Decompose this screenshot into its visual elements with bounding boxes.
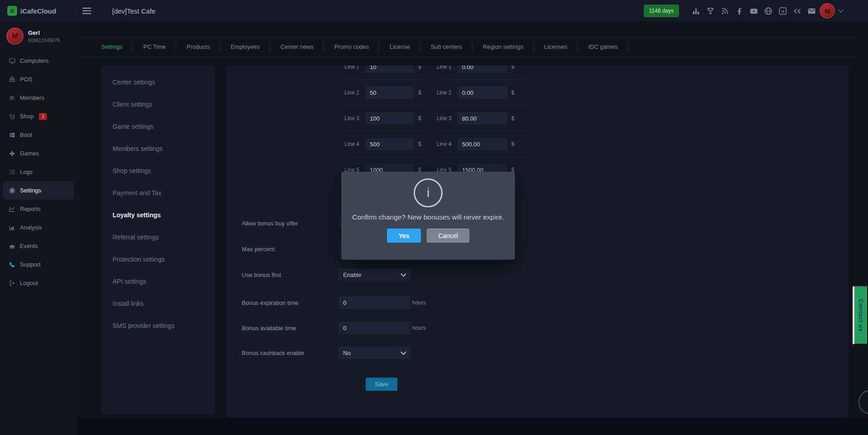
- bonus-available-input[interactable]: [338, 322, 410, 334]
- contact-us-label: Contact us: [858, 299, 864, 332]
- sidebar-item-settings[interactable]: Settings: [3, 181, 74, 200]
- youtube-icon[interactable]: [746, 4, 761, 18]
- sidebar-item-reports[interactable]: Reports: [0, 200, 77, 218]
- settings-nav-item[interactable]: SMS provider settings: [101, 314, 215, 337]
- bonus-line-row: Line 2 $: [344, 80, 426, 105]
- bottom-strip: [0, 418, 868, 435]
- hamburger-menu-icon[interactable]: [82, 8, 91, 14]
- notification-badge: 1: [39, 113, 47, 120]
- sidebar-item-label: Support: [20, 261, 41, 268]
- use-bonus-first-row: Use bonus first Enable: [242, 268, 849, 281]
- sidebar-item-analysis[interactable]: Analysis: [0, 218, 77, 237]
- tab[interactable]: IDC games: [578, 37, 628, 56]
- facebook-icon[interactable]: [732, 4, 746, 18]
- sidebar-item-games[interactable]: Games: [0, 144, 77, 163]
- sidebar-item-computers[interactable]: Computers: [0, 51, 77, 70]
- sidebar-item-pos[interactable]: POS: [0, 70, 77, 89]
- bonus-expiration-input[interactable]: [338, 296, 410, 309]
- confirm-dialog: i Confirm change? New bonuses will never…: [341, 172, 515, 260]
- tab[interactable]: Products: [176, 37, 220, 56]
- sidebar-item-label: Analysis: [20, 224, 42, 231]
- tab[interactable]: Employees: [220, 37, 270, 56]
- rss-icon[interactable]: [717, 4, 732, 18]
- ranking-podium-icon[interactable]: [689, 4, 703, 18]
- cancel-button[interactable]: Cancel: [427, 229, 469, 243]
- settings-nav-item[interactable]: Game settings: [101, 115, 215, 137]
- sidebar-item-boot[interactable]: Boot: [0, 126, 77, 144]
- line-bonus-input[interactable]: [458, 86, 507, 99]
- bonus-lines-left: Line 1 $ Line 2 $ Line 3 $ Line 4 $ Line…: [344, 65, 426, 182]
- cash-register-icon: [9, 76, 16, 83]
- line-amount-input[interactable]: [365, 86, 414, 99]
- settings-nav-item[interactable]: Referral settings: [101, 226, 215, 248]
- crown-icon: [9, 243, 16, 250]
- list-icon: [9, 168, 16, 176]
- yes-button[interactable]: Yes: [387, 229, 421, 243]
- loyalty-settings-panel: Line 1 $ Line 2 $ Line 3 $ Line 4 $ Line…: [226, 65, 849, 418]
- bonus-cashback-select[interactable]: No: [338, 346, 410, 359]
- contact-us-tab[interactable]: Contact us: [853, 286, 868, 345]
- people-icon: [9, 94, 16, 102]
- sidebar: M Gerl 008612345678 Computers POS Member…: [0, 22, 77, 435]
- settings-nav-item[interactable]: Payment and Tax: [101, 182, 215, 204]
- save-button[interactable]: Save: [366, 378, 397, 391]
- sidebar-item-events[interactable]: Events: [0, 237, 77, 255]
- tab[interactable]: Settings: [91, 37, 133, 56]
- settings-nav-item[interactable]: Members settings: [101, 137, 215, 159]
- user-name: Gerl: [28, 29, 60, 36]
- sidebar-item-shop[interactable]: Shop 1: [0, 107, 77, 126]
- tab[interactable]: PC Time: [133, 37, 176, 56]
- line-amount-input[interactable]: [365, 112, 414, 125]
- area-chart-icon: [9, 224, 16, 231]
- line-amount-input[interactable]: [365, 65, 414, 73]
- bonus-line-row: Line 1 $: [437, 65, 527, 80]
- icafe-logo-icon[interactable]: [775, 4, 790, 18]
- settings-nav-item[interactable]: Install links: [101, 292, 215, 314]
- tab[interactable]: Region settings: [472, 37, 534, 56]
- tab[interactable]: Center news: [270, 37, 324, 56]
- line-bonus-input[interactable]: [458, 112, 507, 125]
- sidebar-item-label: Boot: [20, 131, 32, 138]
- currency-label: $: [511, 65, 514, 70]
- use-bonus-first-select[interactable]: Enable: [338, 268, 410, 281]
- tab[interactable]: Promo codes: [324, 37, 379, 56]
- gamepad-icon: [9, 150, 16, 157]
- line-bonus-input[interactable]: [458, 138, 507, 150]
- tab[interactable]: Sub centers: [420, 37, 472, 56]
- settings-nav-item[interactable]: API settings: [101, 270, 215, 292]
- bonus-line-row: Line 4 $: [344, 131, 426, 157]
- info-icon: i: [414, 178, 443, 207]
- globe-icon[interactable]: [761, 4, 775, 18]
- mail-icon[interactable]: [804, 4, 819, 18]
- phone-icon: [9, 261, 16, 268]
- tab[interactable]: License: [379, 37, 420, 56]
- hours-unit-label: hours: [412, 299, 426, 306]
- tab[interactable]: Licenses: [534, 37, 578, 56]
- topbar-icons: [689, 4, 819, 18]
- settings-nav-item[interactable]: Shop settings: [101, 159, 215, 182]
- sidebar-item-support[interactable]: Support: [0, 255, 77, 274]
- line-bonus-input[interactable]: [458, 65, 507, 73]
- settings-nav-item[interactable]: Client settings: [101, 93, 215, 115]
- sidebar-item-logs[interactable]: Logs: [0, 163, 77, 181]
- days-remaining-badge[interactable]: 1148 days: [644, 5, 679, 17]
- settings-nav-item[interactable]: Protection settings: [101, 248, 215, 270]
- settings-nav-item[interactable]: Loyalty settings: [101, 204, 215, 226]
- line-amount-input[interactable]: [365, 138, 414, 150]
- line-label: Line 3: [344, 115, 365, 122]
- account-menu-button[interactable]: M: [820, 3, 843, 19]
- line-label: Line 4: [344, 141, 365, 147]
- sidebar-item-logout[interactable]: Logout: [0, 274, 77, 292]
- max-percent-label: Max percent:: [242, 246, 276, 253]
- settings-nav-item[interactable]: Center settings: [101, 71, 215, 93]
- settings-tabs: SettingsPC TimeProductsEmployeesCenter n…: [77, 37, 854, 57]
- trophy-icon[interactable]: [703, 4, 717, 18]
- collapse-chevron-button[interactable]: ‹: [859, 390, 868, 414]
- bonus-lines-right: Line 1 $ Line 2 $ Line 3 $ Line 4 $ Line…: [437, 65, 527, 182]
- line-label: Line 2: [344, 89, 365, 96]
- sidebar-item-label: Logout: [20, 280, 38, 286]
- layers-icon[interactable]: [790, 4, 804, 18]
- sidebar-item-members[interactable]: Members: [0, 89, 77, 107]
- bonus-line-row: Line 3 $: [344, 105, 426, 131]
- bonus-line-row: Line 1 $: [344, 65, 426, 80]
